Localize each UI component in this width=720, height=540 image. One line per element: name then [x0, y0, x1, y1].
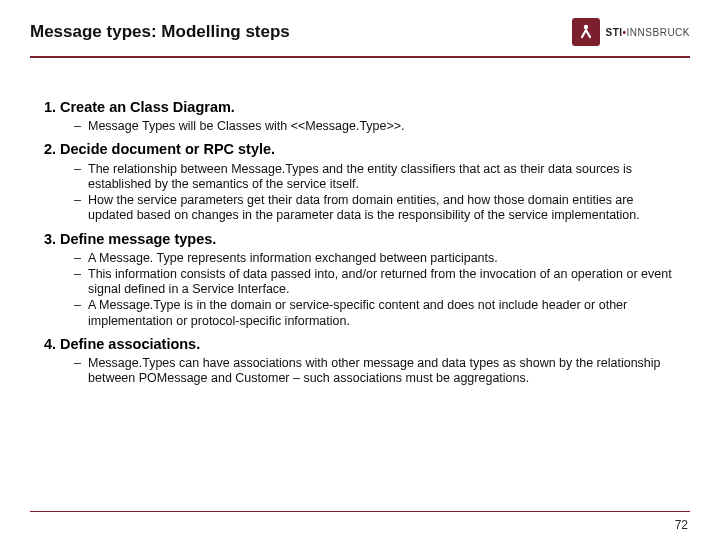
page-number: 72: [675, 518, 688, 532]
step-sublist: The relationship between Message.Types a…: [60, 162, 682, 224]
step-item: Define associations. Message.Types can h…: [60, 335, 682, 387]
step-sublist: Message.Types can have associations with…: [60, 356, 682, 387]
logo-text: STI•INNSBRUCK: [606, 27, 690, 38]
step-item: Decide document or RPC style. The relati…: [60, 140, 682, 223]
step-bullet: Message Types will be Classes with <<Mes…: [74, 119, 682, 134]
slide-header: Message types: Modelling steps STI•INNSB…: [0, 0, 720, 56]
step-sublist: A Message. Type represents information e…: [60, 251, 682, 329]
step-heading: Decide document or RPC style.: [60, 141, 275, 157]
step-bullet: How the service parameters get their dat…: [74, 193, 682, 224]
step-bullet: A Message. Type represents information e…: [74, 251, 682, 266]
step-bullet: A Message.Type is in the domain or servi…: [74, 298, 682, 329]
slide-title: Message types: Modelling steps: [30, 22, 290, 42]
institution-logo: STI•INNSBRUCK: [572, 18, 690, 46]
step-bullet: The relationship between Message.Types a…: [74, 162, 682, 193]
footer-divider: [30, 511, 690, 513]
step-item: Create an Class Diagram. Message Types w…: [60, 98, 682, 134]
svg-point-0: [583, 25, 587, 29]
step-sublist: Message Types will be Classes with <<Mes…: [60, 119, 682, 134]
step-heading: Create an Class Diagram.: [60, 99, 235, 115]
step-heading: Define associations.: [60, 336, 200, 352]
slide-content: Create an Class Diagram. Message Types w…: [0, 58, 720, 403]
step-item: Define message types. A Message. Type re…: [60, 230, 682, 329]
step-heading: Define message types.: [60, 231, 216, 247]
logo-icon: [572, 18, 600, 46]
step-bullet: Message.Types can have associations with…: [74, 356, 682, 387]
steps-list: Create an Class Diagram. Message Types w…: [38, 98, 682, 387]
step-bullet: This information consists of data passed…: [74, 267, 682, 298]
